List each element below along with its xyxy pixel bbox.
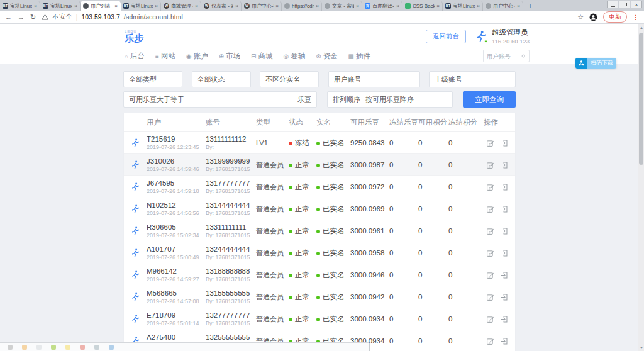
browser-tab[interactable]: BT宝塔Linux面板× xyxy=(121,1,161,11)
login-as-user-button[interactable] xyxy=(500,271,508,279)
edit-user-button[interactable] xyxy=(486,271,494,279)
taskbar-icon[interactable] xyxy=(22,345,27,350)
browser-tab[interactable]: BT宝塔Linux面板× xyxy=(40,1,80,11)
order-select[interactable]: 按可用乐豆降序 xyxy=(365,95,414,104)
account-filter-input[interactable] xyxy=(367,72,419,86)
login-as-user-button[interactable] xyxy=(500,315,508,323)
tab-close-icon[interactable]: × xyxy=(275,3,279,9)
edit-user-button[interactable] xyxy=(486,249,494,257)
login-as-user-button[interactable] xyxy=(500,293,508,301)
taskbar-icon[interactable] xyxy=(65,345,70,350)
login-as-user-button[interactable] xyxy=(500,183,508,191)
browser-tab[interactable]: 用户列表× xyxy=(80,1,121,11)
floating-download-badge[interactable]: 扫码下载 xyxy=(575,58,616,69)
scroll-up-arrow[interactable]: ▲ xyxy=(638,24,644,31)
tab-close-icon[interactable]: × xyxy=(356,3,359,9)
tab-close-icon[interactable]: × xyxy=(396,3,399,9)
type-select[interactable]: 全部类型 xyxy=(123,71,182,87)
search-icon[interactable] xyxy=(521,53,526,59)
points-cell: 0 xyxy=(418,227,448,235)
tab-title: 文章 - 索测网 xyxy=(332,3,354,9)
edit-user-button[interactable] xyxy=(486,227,494,235)
browser-menu-icon[interactable]: ⋮ xyxy=(633,14,639,21)
scrollbar-thumb[interactable] xyxy=(639,33,643,165)
login-as-user-button[interactable] xyxy=(500,227,508,235)
site-logo[interactable]: LEBU 乐步 xyxy=(125,30,143,43)
login-as-user-button[interactable] xyxy=(500,205,508,213)
taskbar-icon[interactable] xyxy=(80,345,85,350)
taskbar-icon[interactable] xyxy=(94,345,99,350)
nav-search-input[interactable] xyxy=(487,53,519,60)
edit-user-button[interactable] xyxy=(486,337,494,345)
minimize-button[interactable] xyxy=(607,1,618,8)
profile-avatar-icon[interactable] xyxy=(589,13,597,21)
frozen-ledou-cell: 0 xyxy=(389,205,418,213)
maximize-button[interactable] xyxy=(619,1,630,8)
taskbar-icon[interactable] xyxy=(109,345,114,350)
edit-user-button[interactable] xyxy=(486,205,494,213)
nav-item-scroll[interactable]: ◎卷轴 xyxy=(283,52,305,61)
update-button[interactable]: 更新 xyxy=(603,11,627,23)
login-as-user-button[interactable] xyxy=(500,249,508,257)
browser-tab[interactable]: 文章 - 索测网× xyxy=(322,1,362,11)
realname-dot xyxy=(316,230,320,233)
admin-profile[interactable]: 超级管理员 116.20.60.123 xyxy=(474,28,530,45)
nav-item-website[interactable]: ≡网站 xyxy=(155,52,175,61)
browser-tab[interactable]: CSS Backgro× xyxy=(402,1,443,11)
ledou-filter-input[interactable] xyxy=(189,92,292,106)
nav-item-account[interactable]: ◉账户 xyxy=(186,52,208,61)
tab-close-icon[interactable]: × xyxy=(114,3,118,9)
page-scrollbar[interactable]: ▲ ▼ xyxy=(638,24,644,351)
nav-item-plugin[interactable]: ▦插件 xyxy=(348,52,370,61)
nav-item-label: 市场 xyxy=(226,52,240,61)
taskbar-icon[interactable] xyxy=(51,345,56,350)
tab-close-icon[interactable]: × xyxy=(436,3,440,9)
close-window-button[interactable]: × xyxy=(631,1,642,8)
realname-select[interactable]: 不区分实名 xyxy=(260,71,319,87)
browser-tab[interactable]: W用户中心-索测× xyxy=(242,1,282,11)
browser-tab[interactable]: BT宝塔Linux面板× xyxy=(0,1,40,11)
edit-user-button[interactable] xyxy=(486,183,494,191)
tab-close-icon[interactable]: × xyxy=(316,3,319,9)
taskbar-icon[interactable] xyxy=(36,345,42,350)
edit-user-button[interactable] xyxy=(486,293,494,301)
tab-close-icon[interactable]: × xyxy=(235,3,238,9)
bookmark-star-icon[interactable]: ☆ xyxy=(577,13,584,21)
login-as-user-button[interactable] xyxy=(500,139,508,147)
url-field[interactable]: 不安全 | 103.59.103.7/admin/account.html xyxy=(42,13,183,21)
tab-close-icon[interactable]: × xyxy=(155,3,158,9)
tab-close-icon[interactable]: × xyxy=(477,3,480,9)
browser-tab[interactable]: 用户中心 - 首× xyxy=(483,1,523,11)
tab-close-icon[interactable]: × xyxy=(517,3,520,9)
status-select[interactable]: 全部状态 xyxy=(192,71,251,87)
browser-tab[interactable]: W商城管理 - 索× xyxy=(161,1,201,11)
taskbar-icon[interactable] xyxy=(8,345,13,350)
status-cell: 正常 xyxy=(289,292,316,302)
nav-item-mall[interactable]: ⊟商城 xyxy=(251,52,272,61)
login-as-user-button[interactable] xyxy=(500,161,508,169)
login-as-user-button[interactable] xyxy=(500,337,508,345)
nav-item-market[interactable]: ⊕市场 xyxy=(219,52,240,61)
tab-close-icon[interactable]: × xyxy=(74,3,77,9)
nav-item-backstage[interactable]: ⌂后台 xyxy=(125,52,145,61)
browser-tab[interactable]: W仪表盘 - 索测× xyxy=(201,1,242,11)
realname-cell: 已实名 xyxy=(316,292,350,302)
search-submit-button[interactable]: 立即查询 xyxy=(463,91,516,108)
edit-user-button[interactable] xyxy=(486,315,494,323)
filter-row-1: 全部类型 全部状态 不区分实名 用户账号 上级账号 xyxy=(123,71,516,87)
tab-close-icon[interactable]: × xyxy=(34,3,37,9)
browser-tab[interactable]: BT宝塔Linux面板× xyxy=(443,1,483,11)
tab-close-icon[interactable]: × xyxy=(195,3,198,9)
new-tab-button[interactable]: + xyxy=(523,1,537,11)
edit-user-button[interactable] xyxy=(486,139,494,147)
browser-tab[interactable]: https://cdn...× xyxy=(282,1,322,11)
browser-tab[interactable]: 百百度翻译-20× xyxy=(362,1,402,11)
forward-icon[interactable]: → xyxy=(18,13,25,21)
nav-item-funds[interactable]: ⊛资金 xyxy=(316,52,337,61)
parent-filter-input[interactable] xyxy=(467,72,515,86)
back-icon[interactable]: ← xyxy=(5,13,12,21)
back-to-front-button[interactable]: 返回前台 xyxy=(426,30,466,43)
reload-icon[interactable]: ↻ xyxy=(30,13,36,21)
edit-user-button[interactable] xyxy=(486,161,494,169)
scroll-down-arrow[interactable]: ▼ xyxy=(638,344,644,351)
